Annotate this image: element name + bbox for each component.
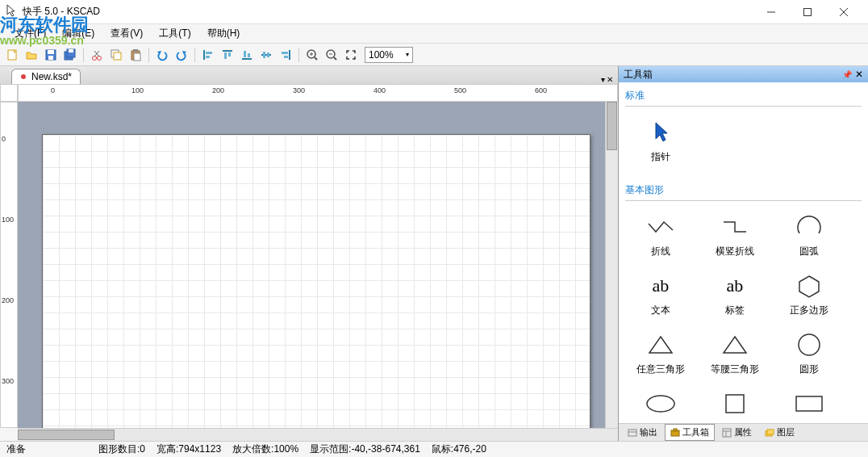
- svg-rect-21: [206, 52, 212, 54]
- document-tab-label: New.ksd*: [31, 71, 72, 82]
- svg-rect-22: [206, 56, 210, 58]
- tool-pointer[interactable]: 指针: [625, 113, 696, 169]
- new-button[interactable]: [3, 46, 21, 64]
- pointer-icon: [645, 118, 677, 147]
- svg-point-12: [98, 56, 102, 60]
- tool-label: 标签: [725, 304, 745, 317]
- svg-rect-58: [767, 430, 774, 434]
- svg-rect-24: [224, 52, 227, 59]
- svg-rect-25: [228, 52, 231, 57]
- tool-label: 圆弧: [799, 245, 819, 258]
- output-icon: [628, 428, 637, 438]
- close-button[interactable]: [825, 1, 862, 23]
- svg-rect-33: [282, 52, 288, 54]
- save-button[interactable]: [42, 46, 60, 64]
- copy-button[interactable]: [107, 46, 125, 64]
- svg-rect-6: [48, 50, 54, 54]
- tool-triangle[interactable]: 任意三角形: [625, 325, 696, 381]
- document-tab-active[interactable]: New.ksd*: [11, 69, 81, 84]
- ruler-vertical: 0 100 200 300: [0, 102, 18, 428]
- tool-label: 等腰三角形: [711, 363, 759, 376]
- polygon-icon: [793, 271, 825, 300]
- tool-hvpolyline[interactable]: 横竖折线: [699, 208, 770, 263]
- maximize-button[interactable]: [789, 1, 825, 23]
- align-left-button[interactable]: [199, 46, 217, 64]
- svg-rect-49: [796, 396, 822, 411]
- menu-view[interactable]: 查看(V): [102, 24, 151, 43]
- ellipse-icon: [645, 389, 677, 418]
- scrollbar-thumb[interactable]: [607, 102, 617, 150]
- align-center-h-button[interactable]: [257, 46, 275, 64]
- tab-dropdown-icon[interactable]: ▾: [601, 75, 605, 84]
- zoom-fit-button[interactable]: [342, 46, 360, 64]
- triangle-icon: [645, 330, 677, 359]
- zoom-combo[interactable]: 100% ▾: [365, 47, 413, 63]
- polyline-icon: [645, 212, 677, 241]
- svg-rect-28: [248, 53, 250, 57]
- svg-rect-48: [726, 395, 744, 413]
- svg-line-40: [334, 57, 336, 60]
- tool-square[interactable]: 正方形: [699, 384, 770, 423]
- tool-rectangle[interactable]: 长方形: [774, 384, 845, 423]
- rectangle-icon: [793, 389, 825, 418]
- horizontal-scrollbar[interactable]: [18, 428, 618, 441]
- tool-label: 正多边形: [790, 304, 828, 317]
- status-shapes: 图形数目:0: [98, 442, 145, 456]
- scrollbar-thumb[interactable]: [18, 430, 115, 440]
- align-right-button[interactable]: [277, 46, 294, 64]
- svg-point-11: [93, 56, 97, 60]
- minimize-button[interactable]: [753, 1, 789, 23]
- statusbar: 准备 图形数目:0 宽高:794x1123 放大倍数:100% 显示范围:-40…: [0, 441, 868, 457]
- align-top-button[interactable]: [219, 46, 236, 64]
- isotriangle-icon: [719, 330, 751, 359]
- tool-label[interactable]: ab 标签: [699, 266, 770, 322]
- panel-tabs: 输出 工具箱 属性 图层: [619, 423, 868, 441]
- menu-edit[interactable]: 编辑(E): [54, 24, 102, 43]
- tool-isotriangle[interactable]: 等腰三角形: [699, 325, 770, 381]
- svg-rect-50: [628, 430, 636, 436]
- paste-button[interactable]: [127, 46, 144, 64]
- menu-file[interactable]: 文件(F): [6, 24, 54, 43]
- tool-arc[interactable]: 圆弧: [774, 208, 845, 263]
- tool-label: 指针: [651, 150, 670, 164]
- svg-point-46: [799, 334, 820, 355]
- app-icon: [6, 4, 18, 19]
- section-title-basic: 基本图形: [625, 180, 862, 201]
- align-bottom-button[interactable]: [238, 46, 256, 64]
- tool-text[interactable]: ab 文本: [625, 266, 696, 322]
- arc-icon: [793, 212, 825, 241]
- svg-rect-10: [69, 49, 73, 52]
- menu-tools[interactable]: 工具(T): [151, 24, 198, 43]
- tab-close-icon[interactable]: ✕: [607, 75, 613, 84]
- zoom-out-button[interactable]: [323, 46, 340, 64]
- svg-rect-1: [803, 8, 811, 15]
- status-ready: 准备: [6, 442, 87, 456]
- redo-button[interactable]: [173, 46, 190, 64]
- pin-icon[interactable]: 📌: [842, 70, 852, 79]
- saveall-button[interactable]: [61, 46, 79, 64]
- tab-output[interactable]: 输出: [622, 424, 663, 441]
- tab-properties[interactable]: 属性: [716, 424, 757, 441]
- zoom-in-button[interactable]: [303, 46, 321, 64]
- close-panel-icon[interactable]: ✕: [855, 69, 863, 80]
- properties-icon: [722, 428, 732, 438]
- menu-help[interactable]: 帮助(H): [199, 24, 248, 43]
- tab-toolbox[interactable]: 工具箱: [665, 424, 715, 441]
- drawing-page[interactable]: [42, 134, 590, 428]
- cut-button[interactable]: [88, 46, 106, 64]
- section-basic: 基本图形 折线 横竖折线 圆弧 ab: [625, 180, 862, 423]
- tab-dot-icon: [20, 73, 27, 80]
- toolbox-tab-icon: [670, 428, 680, 438]
- undo-button[interactable]: [153, 46, 171, 64]
- tool-ellipse[interactable]: 椭圆形: [625, 384, 696, 423]
- vertical-scrollbar[interactable]: [605, 102, 618, 428]
- chevron-down-icon: ▾: [406, 51, 409, 58]
- canvas-area: New.ksd* ▾ ✕ 0 100 200 300 400 500 600 0…: [0, 66, 618, 441]
- text-icon: ab: [645, 271, 677, 300]
- open-button[interactable]: [23, 46, 40, 64]
- tool-circle[interactable]: 圆形: [774, 325, 845, 381]
- canvas[interactable]: [18, 102, 605, 428]
- tab-layers[interactable]: 图层: [759, 424, 800, 441]
- tool-polygon[interactable]: 正多边形: [774, 266, 845, 322]
- tool-polyline[interactable]: 折线: [625, 208, 696, 263]
